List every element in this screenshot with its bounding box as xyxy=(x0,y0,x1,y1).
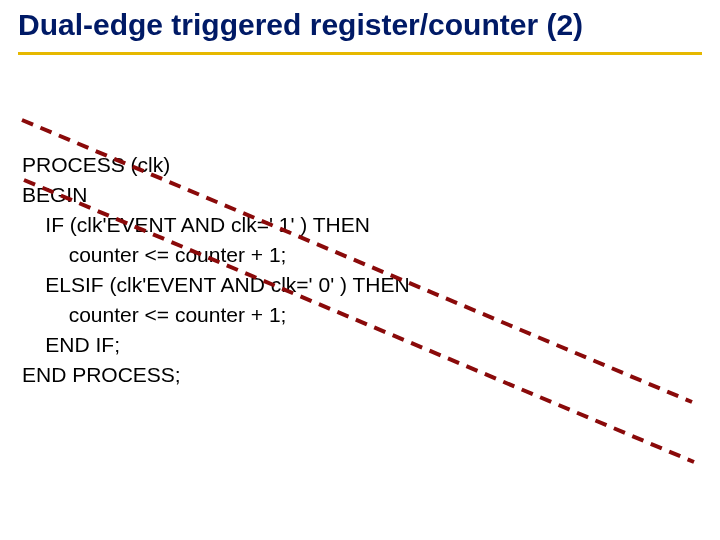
slide-title: Dual-edge triggered register/counter (2) xyxy=(18,8,702,42)
code-line-5: ELSIF (clk'EVENT AND clk=' 0' ) THEN xyxy=(22,273,410,296)
code-line-3: IF (clk'EVENT AND clk=' 1' ) THEN xyxy=(22,213,370,236)
code-block: PROCESS (clk) BEGIN IF (clk'EVENT AND cl… xyxy=(22,120,410,390)
code-line-2: BEGIN xyxy=(22,183,87,206)
code-line-1: PROCESS (clk) xyxy=(22,153,170,176)
slide: Dual-edge triggered register/counter (2)… xyxy=(0,0,720,540)
code-line-7: END IF; xyxy=(22,333,120,356)
code-line-6: counter <= counter + 1; xyxy=(22,303,286,326)
title-underline xyxy=(18,52,702,55)
code-line-4: counter <= counter + 1; xyxy=(22,243,286,266)
code-line-8: END PROCESS; xyxy=(22,363,181,386)
